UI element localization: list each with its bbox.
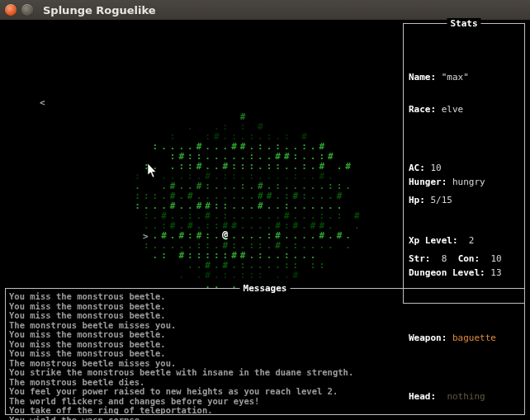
stats-title: Stats: [447, 18, 480, 29]
player-glyph: @: [222, 229, 228, 239]
mouse-cursor-icon: [148, 163, 158, 178]
dungeon-tiles: # . .: : # : :#.:.:.:.: # :....#...##.:.…: [3, 23, 398, 300]
stats-panel: Stats Name: "max" Race: elve AC: 10 Hp: …: [403, 23, 525, 304]
message-line: You wield the wasp corpse.: [9, 416, 521, 421]
stat-name: Name: "max": [409, 72, 519, 83]
message-log: You miss the monstrous beetle.You miss t…: [9, 292, 521, 420]
message-line: You miss the monstrous beetle.: [9, 330, 521, 340]
message-line: You take off the ring of teleportation.: [9, 406, 521, 416]
close-icon[interactable]: [5, 4, 17, 16]
message-line: You strike the monstrous beetle with ins…: [9, 368, 521, 378]
messages-panel: Messages You miss the monstrous beetle.Y…: [5, 288, 525, 415]
game-surface[interactable]: # . .: : # : :#.:.:.:.: # :....#...##.:.…: [0, 20, 530, 420]
stat-dlvl: Dungeon Level: 13: [409, 267, 519, 278]
stairs-up-icon: <: [40, 97, 45, 108]
stairs-down-icon: >: [143, 231, 149, 242]
window-title: Splunge Roguelike: [43, 4, 156, 17]
dungeon-map[interactable]: # . .: : # : :#.:.:.:.: # :....#...##.:.…: [3, 23, 398, 304]
stat-xp: Xp Level: 2: [409, 235, 519, 246]
window-titlebar: Splunge Roguelike: [0, 0, 530, 20]
message-line: You miss the monstrous beetle.: [9, 349, 521, 359]
message-line: You feel your power raised to new height…: [9, 387, 521, 397]
stat-hunger: Hunger: hungry: [409, 177, 519, 187]
message-line: You miss the monstrous beetle.: [9, 311, 521, 321]
messages-title: Messages: [240, 283, 291, 294]
stat-race: Race: elve: [409, 104, 519, 115]
minimize-icon[interactable]: [21, 4, 33, 16]
